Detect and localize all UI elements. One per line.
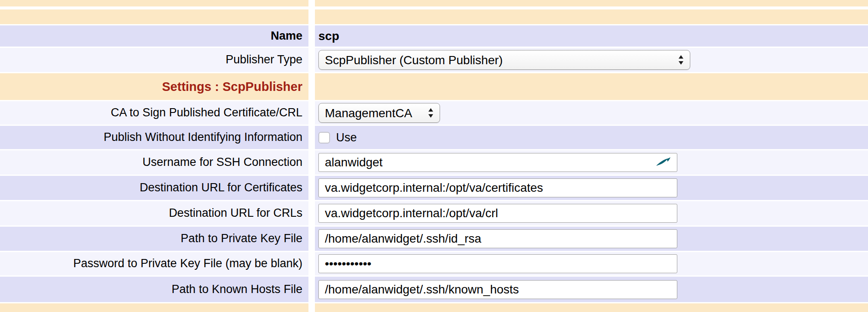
ssh-username-label: Username for SSH Connection xyxy=(142,156,302,169)
crl-url-input[interactable] xyxy=(318,204,677,223)
band-cell xyxy=(0,0,308,6)
known-hosts-path-label: Path to Known Hosts File xyxy=(172,283,302,296)
private-key-password-row: Password to Private Key File (may be bla… xyxy=(0,252,868,275)
section-title-cell: Settings : ScpPublisher xyxy=(0,73,308,100)
use-checkbox-label: Use xyxy=(336,131,357,144)
ssh-username-input-wrap xyxy=(318,153,677,172)
ssh-username-input[interactable] xyxy=(318,153,677,172)
label-cell: Publish Without Identifying Information xyxy=(0,126,308,149)
publisher-type-row: Publisher Type ScpPublisher (Custom Publ… xyxy=(0,48,868,72)
label-cell: Name xyxy=(0,25,308,47)
private-key-path-input[interactable] xyxy=(318,229,677,248)
cert-url-input[interactable] xyxy=(318,178,677,197)
band-cell xyxy=(315,303,868,312)
private-key-path-row: Path to Private Key File xyxy=(0,227,868,251)
label-cell: Publisher Type xyxy=(0,48,308,72)
private-key-path-label: Path to Private Key File xyxy=(181,232,302,245)
label-cell: Destination URL for Certificates xyxy=(0,176,308,200)
name-value: scp xyxy=(318,29,339,43)
password-manager-autofill-icon[interactable] xyxy=(656,156,671,168)
ca-row: CA to Sign Published Certificate/CRL Man… xyxy=(0,101,868,125)
value-cell xyxy=(315,176,868,200)
band-cell xyxy=(0,303,308,312)
anonymize-row: Publish Without Identifying Information … xyxy=(0,126,868,149)
label-cell: Password to Private Key File (may be bla… xyxy=(0,252,308,275)
section-band-top-partial xyxy=(0,0,868,6)
value-cell xyxy=(315,252,868,275)
value-cell: Use xyxy=(315,126,868,149)
label-cell: Path to Known Hosts File xyxy=(0,277,308,302)
band-cell xyxy=(315,0,868,6)
section-title: Settings : ScpPublisher xyxy=(162,80,303,94)
value-cell xyxy=(315,277,868,302)
settings-section-row: Settings : ScpPublisher xyxy=(0,73,868,100)
publisher-type-label: Publisher Type xyxy=(226,53,302,66)
publisher-type-select[interactable]: ScpPublisher (Custom Publisher) xyxy=(318,50,690,70)
band-cell xyxy=(315,9,868,24)
anonymize-label: Publish Without Identifying Information xyxy=(104,131,302,144)
edit-publisher-form: Name scp Publisher Type ScpPublisher (Cu… xyxy=(0,0,868,312)
ca-select-wrap: ManagementCA xyxy=(318,103,440,123)
known-hosts-path-row: Path to Known Hosts File xyxy=(0,277,868,302)
label-cell: Username for SSH Connection xyxy=(0,150,308,175)
crl-url-row: Destination URL for CRLs xyxy=(0,201,868,225)
section-band-header xyxy=(0,9,868,24)
label-cell: Destination URL for CRLs xyxy=(0,201,308,225)
value-cell: scp xyxy=(315,25,868,47)
value-cell xyxy=(315,150,868,175)
ca-select[interactable]: ManagementCA xyxy=(318,103,440,123)
crl-url-label: Destination URL for CRLs xyxy=(169,207,302,220)
ca-label: CA to Sign Published Certificate/CRL xyxy=(111,106,302,119)
cert-url-row: Destination URL for Certificates xyxy=(0,176,868,200)
name-label: Name xyxy=(270,30,302,43)
band-cell xyxy=(0,9,308,24)
use-checkbox[interactable] xyxy=(318,132,330,144)
value-cell: ManagementCA xyxy=(315,101,868,125)
section-band-bottom-partial xyxy=(0,303,868,312)
band-cell xyxy=(315,73,868,100)
name-row: Name scp xyxy=(0,25,868,47)
private-key-password-label: Password to Private Key File (may be bla… xyxy=(73,257,302,270)
value-cell: ScpPublisher (Custom Publisher) xyxy=(315,48,868,72)
publisher-type-select-wrap: ScpPublisher (Custom Publisher) xyxy=(318,50,690,70)
private-key-password-input[interactable] xyxy=(318,254,677,273)
label-cell: CA to Sign Published Certificate/CRL xyxy=(0,101,308,125)
cert-url-label: Destination URL for Certificates xyxy=(140,181,302,194)
known-hosts-path-input[interactable] xyxy=(318,280,677,299)
value-cell xyxy=(315,227,868,251)
ssh-username-row: Username for SSH Connection xyxy=(0,150,868,175)
value-cell xyxy=(315,201,868,225)
label-cell: Path to Private Key File xyxy=(0,227,308,251)
